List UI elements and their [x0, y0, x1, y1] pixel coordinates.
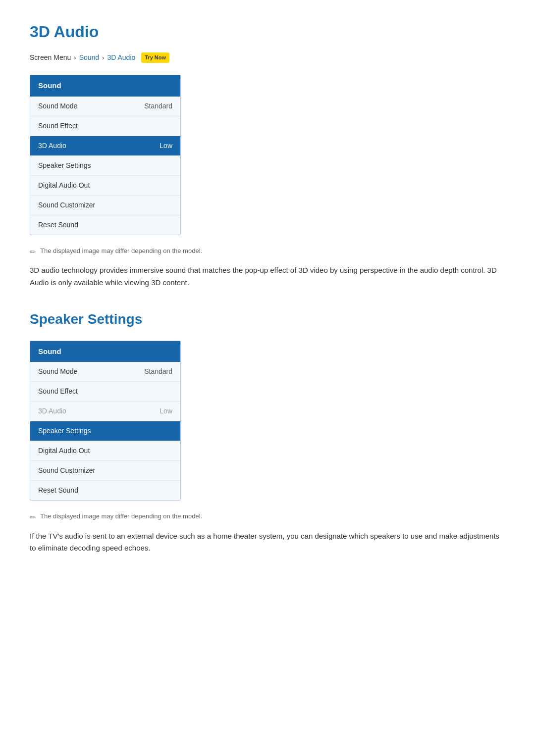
section1-menu-header: Sound	[30, 75, 180, 97]
note-icon-2: ✏	[30, 512, 36, 523]
s2-menu-item-digital-audio-out-label: Digital Audio Out	[38, 446, 90, 456]
menu-item-digital-audio-out[interactable]: Digital Audio Out	[30, 176, 180, 196]
menu-item-speaker-settings-label: Speaker Settings	[38, 160, 91, 171]
menu-item-sound-customizer-label: Sound Customizer	[38, 200, 95, 210]
breadcrumb: Screen Menu › Sound › 3D Audio Try Now	[30, 52, 505, 63]
section2-title: Speaker Settings	[30, 309, 505, 330]
section1-menu-panel: Sound Sound Mode Standard Sound Effect 3…	[30, 75, 181, 235]
section2-body-text: If the TV's audio is sent to an external…	[30, 530, 505, 555]
section2-menu-header: Sound	[30, 341, 180, 362]
s2-menu-item-speaker-settings[interactable]: Speaker Settings	[30, 421, 180, 441]
menu-item-3d-audio-label: 3D Audio	[38, 141, 66, 151]
s2-menu-item-speaker-settings-label: Speaker Settings	[38, 426, 91, 436]
s2-menu-item-reset-sound[interactable]: Reset Sound	[30, 481, 180, 500]
breadcrumb-sep-2: ›	[102, 53, 104, 63]
s2-menu-item-3d-audio-value: Low	[160, 406, 172, 416]
section2-note-text: The displayed image may differ depending…	[40, 511, 202, 521]
section1-note-text: The displayed image may differ depending…	[40, 246, 202, 256]
breadcrumb-sep-1: ›	[74, 53, 76, 63]
s2-menu-item-sound-mode-value: Standard	[144, 366, 172, 377]
menu-item-sound-mode-label: Sound Mode	[38, 101, 77, 111]
breadcrumb-sound-link[interactable]: Sound	[79, 52, 99, 63]
s2-menu-item-reset-sound-label: Reset Sound	[38, 485, 78, 496]
s2-menu-item-sound-mode[interactable]: Sound Mode Standard	[30, 362, 180, 382]
s2-menu-item-sound-effect[interactable]: Sound Effect	[30, 382, 180, 402]
page-title: 3D Audio	[30, 20, 505, 44]
menu-item-3d-audio[interactable]: 3D Audio Low	[30, 136, 180, 156]
section2-note: ✏ The displayed image may differ dependi…	[30, 511, 505, 523]
s2-menu-item-sound-customizer[interactable]: Sound Customizer	[30, 461, 180, 481]
section1-body-text: 3D audio technology provides immersive s…	[30, 264, 505, 289]
menu-item-sound-effect[interactable]: Sound Effect	[30, 116, 180, 136]
try-now-badge[interactable]: Try Now	[141, 52, 169, 63]
menu-item-sound-mode-value: Standard	[144, 101, 172, 111]
s2-menu-item-3d-audio-label: 3D Audio	[38, 406, 66, 416]
menu-item-digital-audio-out-label: Digital Audio Out	[38, 180, 90, 191]
s2-menu-item-sound-customizer-label: Sound Customizer	[38, 465, 95, 476]
menu-item-sound-customizer[interactable]: Sound Customizer	[30, 196, 180, 215]
s2-menu-item-sound-mode-label: Sound Mode	[38, 366, 77, 377]
menu-item-reset-sound[interactable]: Reset Sound	[30, 215, 180, 235]
breadcrumb-screen-menu: Screen Menu	[30, 52, 71, 63]
menu-item-sound-mode[interactable]: Sound Mode Standard	[30, 97, 180, 116]
s2-menu-item-sound-effect-label: Sound Effect	[38, 386, 78, 397]
note-icon-1: ✏	[30, 247, 36, 258]
menu-item-reset-sound-label: Reset Sound	[38, 220, 78, 230]
s2-menu-item-digital-audio-out[interactable]: Digital Audio Out	[30, 441, 180, 461]
menu-item-sound-effect-label: Sound Effect	[38, 121, 78, 131]
section2-menu-panel: Sound Sound Mode Standard Sound Effect 3…	[30, 341, 181, 501]
menu-item-3d-audio-value: Low	[160, 141, 172, 151]
breadcrumb-3d-audio: 3D Audio	[107, 52, 135, 63]
menu-item-speaker-settings[interactable]: Speaker Settings	[30, 156, 180, 176]
section1-note: ✏ The displayed image may differ dependi…	[30, 246, 505, 258]
s2-menu-item-3d-audio[interactable]: 3D Audio Low	[30, 402, 180, 421]
